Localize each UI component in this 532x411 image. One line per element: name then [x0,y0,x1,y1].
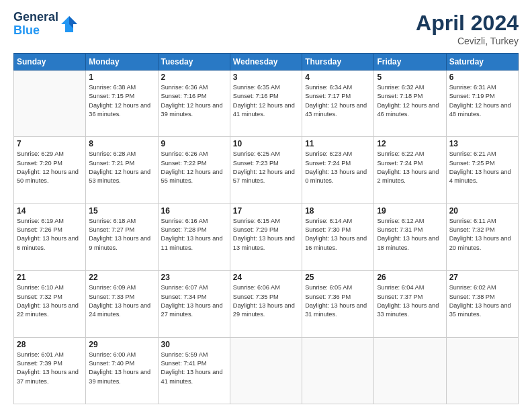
day-detail: Sunrise: 6:26 AM Sunset: 7:22 PM Dayligh… [161,150,227,185]
calendar-cell: 6Sunrise: 6:31 AM Sunset: 7:19 PM Daylig… [446,71,518,137]
week-row-4: 21Sunrise: 6:10 AM Sunset: 7:32 PM Dayli… [14,271,519,337]
day-number: 15 [89,206,154,216]
day-number: 24 [233,273,299,282]
month-title: April 2024 [416,11,519,36]
header: GeneralBlue April 2024 Cevizli, Turkey [13,11,519,46]
location: Cevizli, Turkey [416,36,519,46]
weekday-tuesday: Tuesday [158,54,230,71]
calendar-cell: 17Sunrise: 6:15 AM Sunset: 7:29 PM Dayli… [230,203,302,270]
calendar-cell: 10Sunrise: 6:25 AM Sunset: 7:23 PM Dayli… [230,137,302,203]
calendar-cell [302,337,374,404]
day-detail: Sunrise: 6:05 AM Sunset: 7:36 PM Dayligh… [305,283,371,319]
day-detail: Sunrise: 6:19 AM Sunset: 7:26 PM Dayligh… [17,217,83,253]
calendar-cell: 28Sunrise: 6:01 AM Sunset: 7:39 PM Dayli… [14,337,86,404]
week-row-1: 1Sunrise: 6:38 AM Sunset: 7:15 PM Daylig… [14,71,519,137]
calendar-cell: 12Sunrise: 6:22 AM Sunset: 7:24 PM Dayli… [374,137,446,203]
calendar-cell: 4Sunrise: 6:34 AM Sunset: 7:17 PM Daylig… [302,71,374,137]
day-number: 17 [233,206,299,216]
day-detail: Sunrise: 6:04 AM Sunset: 7:37 PM Dayligh… [377,283,443,319]
day-number: 26 [377,273,443,282]
weekday-friday: Friday [374,54,446,71]
calendar-cell: 26Sunrise: 6:04 AM Sunset: 7:37 PM Dayli… [374,271,446,337]
calendar-cell: 9Sunrise: 6:26 AM Sunset: 7:22 PM Daylig… [158,137,230,203]
calendar-cell: 13Sunrise: 6:21 AM Sunset: 7:25 PM Dayli… [446,137,518,203]
day-detail: Sunrise: 6:02 AM Sunset: 7:38 PM Dayligh… [449,283,515,319]
day-number: 8 [89,139,154,148]
day-number: 25 [305,273,371,282]
day-detail: Sunrise: 6:10 AM Sunset: 7:32 PM Dayligh… [17,283,83,319]
weekday-header-row: SundayMondayTuesdayWednesdayThursdayFrid… [14,54,519,71]
day-detail: Sunrise: 6:31 AM Sunset: 7:19 PM Dayligh… [449,83,515,119]
logo-icon [60,15,79,34]
calendar-cell: 30Sunrise: 5:59 AM Sunset: 7:41 PM Dayli… [158,337,230,404]
day-number: 22 [89,273,154,282]
day-number: 27 [449,273,515,282]
calendar-cell: 15Sunrise: 6:18 AM Sunset: 7:27 PM Dayli… [86,203,158,270]
weekday-saturday: Saturday [446,54,518,71]
title-area: April 2024 Cevizli, Turkey [416,11,519,46]
calendar-cell [374,337,446,404]
day-number: 11 [305,139,371,148]
calendar-cell: 16Sunrise: 6:16 AM Sunset: 7:28 PM Dayli… [158,203,230,270]
day-number: 19 [377,206,443,216]
day-number: 4 [305,73,371,82]
day-number: 20 [449,206,515,216]
day-number: 23 [161,273,227,282]
day-detail: Sunrise: 6:38 AM Sunset: 7:15 PM Dayligh… [89,83,154,119]
page: GeneralBlue April 2024 Cevizli, Turkey S… [0,0,532,411]
logo: GeneralBlue [13,11,79,38]
calendar-cell: 8Sunrise: 6:28 AM Sunset: 7:21 PM Daylig… [86,137,158,203]
day-number: 13 [449,139,515,148]
day-number: 14 [17,206,83,216]
day-detail: Sunrise: 6:09 AM Sunset: 7:33 PM Dayligh… [89,283,154,319]
calendar-cell: 25Sunrise: 6:05 AM Sunset: 7:36 PM Dayli… [302,271,374,337]
day-detail: Sunrise: 6:25 AM Sunset: 7:23 PM Dayligh… [233,150,299,185]
day-detail: Sunrise: 6:01 AM Sunset: 7:39 PM Dayligh… [17,351,83,386]
day-detail: Sunrise: 6:06 AM Sunset: 7:35 PM Dayligh… [233,283,299,319]
calendar: SundayMondayTuesdayWednesdayThursdayFrid… [13,53,519,404]
day-detail: Sunrise: 6:36 AM Sunset: 7:16 PM Dayligh… [161,83,227,119]
day-detail: Sunrise: 6:28 AM Sunset: 7:21 PM Dayligh… [89,150,154,185]
week-row-2: 7Sunrise: 6:29 AM Sunset: 7:20 PM Daylig… [14,137,519,203]
calendar-cell: 3Sunrise: 6:35 AM Sunset: 7:16 PM Daylig… [230,71,302,137]
calendar-cell: 11Sunrise: 6:23 AM Sunset: 7:24 PM Dayli… [302,137,374,203]
weekday-thursday: Thursday [302,54,374,71]
day-detail: Sunrise: 6:12 AM Sunset: 7:31 PM Dayligh… [377,217,443,253]
day-detail: Sunrise: 6:21 AM Sunset: 7:25 PM Dayligh… [449,150,515,185]
day-detail: Sunrise: 6:23 AM Sunset: 7:24 PM Dayligh… [305,150,371,185]
day-number: 29 [89,340,154,349]
calendar-cell: 7Sunrise: 6:29 AM Sunset: 7:20 PM Daylig… [14,137,86,203]
calendar-cell: 14Sunrise: 6:19 AM Sunset: 7:26 PM Dayli… [14,203,86,270]
week-row-5: 28Sunrise: 6:01 AM Sunset: 7:39 PM Dayli… [14,337,519,404]
day-number: 18 [305,206,371,216]
day-number: 9 [161,139,227,148]
calendar-cell: 1Sunrise: 6:38 AM Sunset: 7:15 PM Daylig… [86,71,158,137]
day-detail: Sunrise: 6:18 AM Sunset: 7:27 PM Dayligh… [89,217,154,253]
calendar-cell: 20Sunrise: 6:11 AM Sunset: 7:32 PM Dayli… [446,203,518,270]
day-number: 12 [377,139,443,148]
day-number: 6 [449,73,515,82]
calendar-cell: 29Sunrise: 6:00 AM Sunset: 7:40 PM Dayli… [86,337,158,404]
day-detail: Sunrise: 6:16 AM Sunset: 7:28 PM Dayligh… [161,217,227,253]
day-detail: Sunrise: 6:07 AM Sunset: 7:34 PM Dayligh… [161,283,227,319]
day-detail: Sunrise: 6:22 AM Sunset: 7:24 PM Dayligh… [377,150,443,185]
day-number: 16 [161,206,227,216]
calendar-cell: 22Sunrise: 6:09 AM Sunset: 7:33 PM Dayli… [86,271,158,337]
day-detail: Sunrise: 5:59 AM Sunset: 7:41 PM Dayligh… [161,351,227,386]
weekday-sunday: Sunday [14,54,86,71]
day-detail: Sunrise: 6:32 AM Sunset: 7:18 PM Dayligh… [377,83,443,119]
day-number: 10 [233,139,299,148]
day-detail: Sunrise: 6:14 AM Sunset: 7:30 PM Dayligh… [305,217,371,253]
calendar-cell: 23Sunrise: 6:07 AM Sunset: 7:34 PM Dayli… [158,271,230,337]
calendar-cell [446,337,518,404]
day-number: 7 [17,139,83,148]
calendar-cell: 19Sunrise: 6:12 AM Sunset: 7:31 PM Dayli… [374,203,446,270]
calendar-cell: 2Sunrise: 6:36 AM Sunset: 7:16 PM Daylig… [158,71,230,137]
day-number: 1 [89,73,154,82]
weekday-wednesday: Wednesday [230,54,302,71]
calendar-body: 1Sunrise: 6:38 AM Sunset: 7:15 PM Daylig… [14,71,519,404]
calendar-cell: 21Sunrise: 6:10 AM Sunset: 7:32 PM Dayli… [14,271,86,337]
calendar-cell [230,337,302,404]
day-detail: Sunrise: 6:35 AM Sunset: 7:16 PM Dayligh… [233,83,299,119]
calendar-cell: 18Sunrise: 6:14 AM Sunset: 7:30 PM Dayli… [302,203,374,270]
